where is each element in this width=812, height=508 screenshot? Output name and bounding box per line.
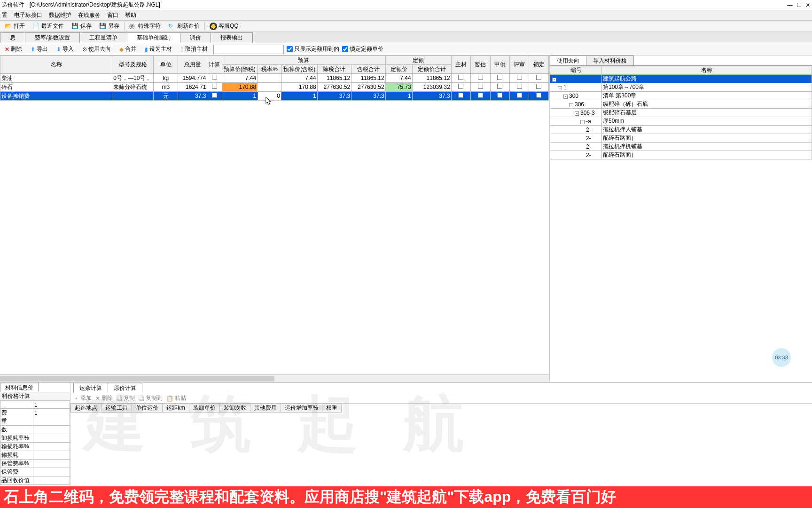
checkbox[interactable] bbox=[536, 84, 541, 89]
brtab-origprice[interactable]: 原价计算 bbox=[108, 383, 142, 393]
checkbox[interactable] bbox=[497, 84, 502, 89]
export-button[interactable]: ⬆导出 bbox=[28, 45, 51, 54]
tree-row[interactable]: -306-3级配碎石基层 bbox=[550, 109, 812, 117]
tab-info[interactable]: 息 bbox=[0, 32, 25, 43]
freight-col[interactable]: 起迄地点 bbox=[71, 404, 102, 413]
import-button[interactable]: ⬇导入 bbox=[54, 45, 77, 54]
maximize-button[interactable]: ☐ bbox=[796, 2, 802, 8]
freight-col[interactable]: 单位运价 bbox=[132, 404, 163, 413]
search-input[interactable] bbox=[213, 45, 284, 54]
tree-expander[interactable]: - bbox=[569, 103, 573, 107]
tab-report[interactable]: 报表输出 bbox=[211, 32, 253, 43]
tree-row[interactable]: 2-配碎石路面） bbox=[550, 151, 812, 159]
tree-row[interactable]: 2-拖拉机拌机铺基 bbox=[550, 143, 812, 151]
copy-button[interactable]: ⿻复制 bbox=[117, 394, 135, 402]
rtab-import[interactable]: 导入材料价格 bbox=[586, 56, 634, 65]
paste-button[interactable]: 📋粘贴 bbox=[166, 394, 186, 402]
freight-col[interactable]: 权重 bbox=[322, 404, 341, 413]
col-totalqty[interactable]: 总用量 bbox=[178, 56, 207, 74]
tree-col-name[interactable]: 名称 bbox=[602, 66, 812, 75]
merge-button[interactable]: ◆合并 bbox=[117, 45, 139, 54]
col-q1[interactable]: 定额价 bbox=[385, 65, 412, 74]
tree-expander[interactable]: - bbox=[563, 95, 568, 99]
tree-row[interactable]: --a厚50mm bbox=[550, 117, 812, 126]
lock-quota-price-check[interactable]: 锁定定额单价 bbox=[342, 45, 383, 53]
col-unit[interactable]: 单位 bbox=[154, 56, 178, 74]
tree-expander[interactable]: - bbox=[558, 86, 562, 90]
price-calc-grid[interactable]: 1费1重数卸损耗率%输损耗率%输损耗保管费率%保管费品回收价值 bbox=[0, 401, 70, 485]
tree-row[interactable]: -1第100章～700章 bbox=[550, 83, 812, 92]
tree-row[interactable]: 2-拖拉机拌人铺基 bbox=[550, 126, 812, 134]
material-grid[interactable]: 名称 型号及规格 单位 总用量 计算 预算 定额 主材 暂估 甲供 评审 锁定 bbox=[0, 56, 549, 101]
tax-input[interactable] bbox=[258, 92, 281, 100]
saveas-button[interactable]: 💾另存 bbox=[96, 22, 122, 31]
qq-support-button[interactable]: 客服QQ bbox=[207, 22, 242, 31]
usage-tree[interactable]: 编号 名称 -建筑起航公路-1第100章～700章-300清单 第300章-30… bbox=[550, 66, 812, 159]
brtab-freight[interactable]: 运杂计算 bbox=[73, 383, 108, 393]
checkbox[interactable] bbox=[478, 75, 483, 80]
checkbox[interactable] bbox=[497, 93, 502, 98]
checkbox[interactable] bbox=[536, 75, 541, 80]
refresh-price-button[interactable]: ↻刷新造价 bbox=[165, 22, 203, 31]
checkbox[interactable] bbox=[458, 84, 463, 89]
freight-col[interactable]: 运距km bbox=[163, 404, 189, 413]
save-button[interactable]: 💾保存 bbox=[69, 22, 94, 31]
col-main[interactable]: 主材 bbox=[451, 56, 470, 74]
checkbox[interactable] bbox=[212, 93, 217, 98]
setmain-button[interactable]: ▮设为主材 bbox=[142, 45, 175, 54]
checkbox[interactable] bbox=[478, 93, 483, 98]
checkbox[interactable] bbox=[517, 93, 522, 98]
freight-col[interactable]: 运输工具 bbox=[102, 404, 132, 413]
menu-item[interactable]: 置 bbox=[2, 11, 8, 19]
col-s2[interactable]: 含税合计 bbox=[351, 65, 386, 74]
tree-row[interactable]: -建筑起航公路 bbox=[550, 75, 812, 83]
checkbox[interactable] bbox=[478, 84, 483, 89]
tree-expander[interactable]: - bbox=[552, 78, 556, 82]
menu-item[interactable]: 窗口 bbox=[107, 11, 118, 19]
freight-col[interactable]: 装卸单价 bbox=[189, 404, 220, 413]
checkbox[interactable] bbox=[497, 75, 502, 80]
table-row[interactable]: 柴油0号，—10号，kg1594.7747.447.4411865.121186… bbox=[0, 74, 549, 83]
bltab-info[interactable]: 材料信息价 bbox=[0, 383, 39, 392]
checkbox[interactable] bbox=[517, 75, 522, 80]
table-row[interactable]: 碎石未筛分碎石统m31624.71170.88170.88277630.5227… bbox=[0, 83, 549, 92]
usage-button[interactable]: ⊙使用去向 bbox=[79, 45, 114, 54]
open-button[interactable]: 📂打开 bbox=[2, 22, 28, 31]
freight-grid[interactable]: 起迄地点运输工具单位运价运距km装卸单价装卸次数其他费用运价增加率%权重 bbox=[70, 404, 342, 413]
freight-col[interactable]: 其他费用 bbox=[250, 404, 281, 413]
menu-item[interactable]: 数据维护 bbox=[49, 11, 71, 19]
tree-row[interactable]: -300清单 第300章 bbox=[550, 92, 812, 100]
tree-col-id[interactable]: 编号 bbox=[550, 66, 602, 75]
cancelmain-button[interactable]: ▯取消主材 bbox=[178, 45, 211, 54]
table-row[interactable]: 设备摊销费元37.31137.337.3137.3 bbox=[0, 92, 549, 101]
delete-button[interactable]: ✕删除 bbox=[2, 45, 25, 54]
tab-qty[interactable]: 工程量清单 bbox=[79, 32, 127, 43]
add-button[interactable]: ＋添加 bbox=[73, 394, 92, 402]
col-temp[interactable]: 暂估 bbox=[471, 56, 490, 74]
menu-item[interactable]: 帮助 bbox=[125, 11, 136, 19]
show-quota-only-check[interactable]: 只显示定额用到的 bbox=[287, 45, 339, 53]
col-tax[interactable]: 税率% bbox=[258, 65, 282, 74]
col-p1[interactable]: 预算价(除税) bbox=[222, 65, 258, 74]
col-owner[interactable]: 甲供 bbox=[490, 56, 509, 74]
del-button[interactable]: ✕删除 bbox=[95, 394, 113, 402]
tab-adjust[interactable]: 调价 bbox=[180, 32, 211, 43]
col-lock[interactable]: 锁定 bbox=[529, 56, 549, 74]
copyto-button[interactable]: ⿻复制到 bbox=[139, 394, 163, 402]
horizontal-scrollbar[interactable] bbox=[0, 374, 549, 382]
minimize-button[interactable]: — bbox=[787, 2, 793, 8]
col-spec[interactable]: 型号及规格 bbox=[112, 56, 154, 74]
tab-params[interactable]: 费率/参数设置 bbox=[25, 32, 80, 43]
checkbox[interactable] bbox=[536, 93, 541, 98]
col-name[interactable]: 名称 bbox=[0, 56, 112, 74]
special-char-button[interactable]: ㊕特殊字符 bbox=[126, 22, 164, 31]
tree-expander[interactable]: - bbox=[580, 120, 585, 124]
checkbox[interactable] bbox=[458, 75, 463, 80]
col-review[interactable]: 评审 bbox=[509, 56, 529, 74]
col-s1[interactable]: 除税合计 bbox=[317, 65, 351, 74]
freight-col[interactable]: 运价增加率% bbox=[281, 404, 322, 413]
tree-expander[interactable]: - bbox=[575, 111, 579, 116]
menu-item[interactable]: 在线服务 bbox=[78, 11, 101, 19]
tab-baseprice[interactable]: 基础单价编制 bbox=[127, 32, 180, 43]
col-calc[interactable]: 计算 bbox=[207, 56, 222, 74]
